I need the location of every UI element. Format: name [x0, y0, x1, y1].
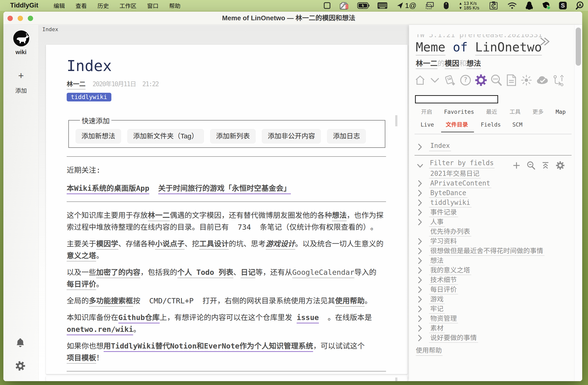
title-link[interactable]: 想法: [466, 60, 481, 69]
menubar-status-item[interactable]: [377, 2, 387, 9]
chevron-right-icon[interactable]: [418, 180, 422, 187]
settings-gear-icon[interactable]: [15, 361, 26, 371]
tree-item-label[interactable]: tiddlywiki: [429, 198, 472, 207]
cloud-saved-icon[interactable]: [536, 75, 549, 85]
tree-item-row[interactable]: 学习资料: [416, 237, 582, 246]
tree-item-label[interactable]: 说好要做的事情: [429, 334, 478, 343]
keyboard-icon[interactable]: [377, 2, 387, 9]
advanced-search-icon[interactable]: [490, 74, 503, 86]
chevron-right-icon[interactable]: [418, 305, 422, 313]
tree-item-label[interactable]: 学习资料: [429, 237, 458, 246]
add-workspace-plus-icon[interactable]: +: [3, 71, 39, 81]
tab-recent[interactable]: 最近: [486, 108, 497, 116]
internal-link[interactable]: 多功能搜索框: [89, 297, 133, 307]
settings-gear-icon[interactable]: [475, 74, 487, 86]
tree-item-label[interactable]: 牢记: [429, 304, 445, 314]
document-icon[interactable]: [506, 74, 517, 86]
battery-icon[interactable]: [357, 2, 370, 9]
internal-link[interactable]: 模因学: [96, 240, 118, 250]
internal-link[interactable]: 想法: [332, 211, 347, 221]
tree-item-row[interactable]: 我的意义之塔: [416, 265, 582, 275]
tiddler-author-link[interactable]: 林一二: [67, 79, 85, 90]
help-icon[interactable]: ?: [460, 74, 472, 86]
quick-add-button[interactable]: 添加新列表: [210, 129, 256, 143]
tab-favorites[interactable]: Favorites: [444, 108, 474, 116]
tab-open[interactable]: 开启: [421, 108, 432, 116]
workspace-label[interactable]: wiki: [3, 49, 39, 56]
external-link[interactable]: issue: [297, 313, 319, 324]
search-a-icon[interactable]: A: [575, 1, 584, 10]
internal-link[interactable]: 工具设计: [199, 240, 229, 250]
tab-more[interactable]: 更多: [532, 108, 544, 116]
tree-item-row[interactable]: 想法: [416, 256, 582, 265]
tree-item-label[interactable]: 游戏: [429, 295, 445, 304]
chevron-right-icon[interactable]: [418, 257, 422, 264]
card-scrollbar-thumb[interactable]: [395, 115, 398, 126]
quick-add-button[interactable]: 添加新想法: [76, 129, 121, 143]
chevron-right-icon[interactable]: [418, 296, 422, 303]
tree-item-row[interactable]: APrivateContent: [416, 179, 582, 188]
net-speed[interactable]: ▲13 K/s ▼185 K/s: [459, 1, 479, 10]
tree-item-row[interactable]: 2021年交易日记: [416, 169, 582, 179]
internal-link[interactable]: 日记: [241, 268, 255, 278]
tree-item-row[interactable]: 牢记: [416, 304, 582, 314]
display-icon[interactable]: [323, 2, 331, 9]
penguin-icon[interactable]: [526, 1, 533, 10]
tree-item-label[interactable]: 人事: [429, 218, 445, 227]
filter-label[interactable]: Filter by fields: [429, 159, 495, 168]
menubar-status-item[interactable]: [397, 2, 404, 9]
tree-item-row[interactable]: 人事: [416, 217, 582, 227]
toolbox-icon[interactable]: [340, 1, 349, 10]
chevron-right-icon[interactable]: [418, 324, 422, 332]
menu-item[interactable]: 查看: [76, 1, 87, 10]
quick-add-button[interactable]: 添加新文件夹（Tag）: [127, 129, 204, 143]
menubar-status-item[interactable]: [526, 1, 533, 10]
tree-item-label[interactable]: 我的意义之塔: [429, 266, 471, 275]
tree-item-label[interactable]: 素材: [429, 324, 445, 333]
chevron-right-icon[interactable]: [418, 209, 422, 216]
tree-item-row[interactable]: 事件记录: [416, 207, 582, 217]
tree-item-row[interactable]: 每日评价: [416, 285, 582, 294]
tree-item-row[interactable]: 技术细节: [416, 275, 582, 285]
internal-link[interactable]: 项目模板: [67, 354, 96, 364]
git-sync-icon[interactable]: [552, 74, 565, 86]
internal-link[interactable]: 林一二: [148, 211, 170, 221]
tree-item-label[interactable]: 物资管理: [429, 314, 458, 324]
internal-link[interactable]: 个人 Todo 列表: [177, 268, 233, 278]
menubar-status-item[interactable]: [507, 2, 517, 9]
menubar-status-item[interactable]: [323, 2, 331, 9]
tag-pill[interactable]: tiddlywiki: [67, 93, 111, 101]
tree-item-row[interactable]: 素材: [416, 324, 582, 333]
tab-tools[interactable]: 工具: [509, 108, 521, 116]
tab-map[interactable]: Map: [556, 108, 566, 116]
quick-add-button[interactable]: 添加非公开内容: [262, 129, 321, 143]
title-link[interactable]: LinOnetwo: [475, 40, 542, 56]
sidebar-scrollbar-track[interactable]: [574, 25, 582, 381]
quick-add-button[interactable]: 添加日志: [327, 129, 366, 143]
tree-item-label[interactable]: 技术细节: [429, 276, 458, 285]
wifi-icon[interactable]: [507, 2, 517, 9]
internal-link[interactable]: 使用帮助: [335, 297, 365, 307]
tree-item-row[interactable]: 说好要做的事情: [416, 333, 582, 343]
plus-icon[interactable]: [512, 161, 521, 170]
tab-live[interactable]: Live: [420, 121, 434, 128]
bell-icon[interactable]: [16, 338, 25, 347]
tree-item-label[interactable]: 2021年交易日记: [429, 169, 481, 179]
chevron-right-icon[interactable]: [418, 247, 422, 255]
tab-file-directory[interactable]: 文件目录: [446, 121, 468, 128]
tree-item-label[interactable]: 优先待办列表: [429, 227, 471, 237]
tree-item-row[interactable]: 物资管理: [416, 314, 582, 324]
external-link[interactable]: 关于时间旅行的游戏「永恒时空基金会」: [158, 184, 291, 194]
chevron-right-icon[interactable]: [418, 199, 422, 206]
chevron-right-icon[interactable]: [418, 286, 422, 293]
menubar-status-item[interactable]: [426, 2, 434, 9]
tab-scm[interactable]: SCM: [512, 121, 523, 128]
new-tiddler-icon[interactable]: [444, 74, 456, 86]
title-link[interactable]: 模因: [445, 60, 459, 69]
home-icon[interactable]: [414, 74, 426, 86]
card-scrollbar-thumb[interactable]: [395, 378, 398, 381]
tree-item-label[interactable]: ByteDance: [429, 189, 467, 198]
help-link[interactable]: 使用帮助: [416, 346, 442, 356]
menu-item[interactable]: 窗口: [147, 1, 158, 10]
internal-link[interactable]: 意义之塔: [67, 251, 96, 262]
